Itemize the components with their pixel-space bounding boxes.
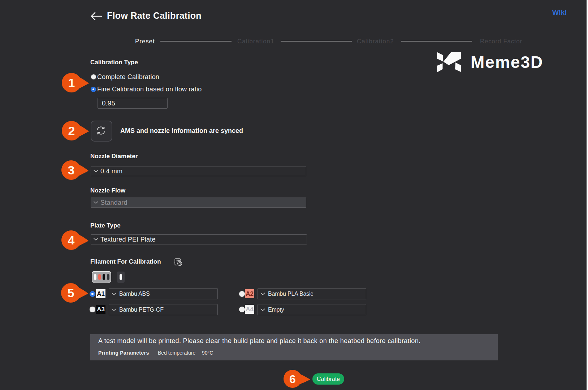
- svg-text:4: 4: [68, 233, 75, 247]
- svg-text:6: 6: [289, 373, 296, 386]
- svg-text:5: 5: [68, 286, 74, 300]
- svg-text:2: 2: [68, 124, 75, 138]
- svg-text:1: 1: [68, 76, 75, 90]
- svg-text:3: 3: [68, 163, 75, 177]
